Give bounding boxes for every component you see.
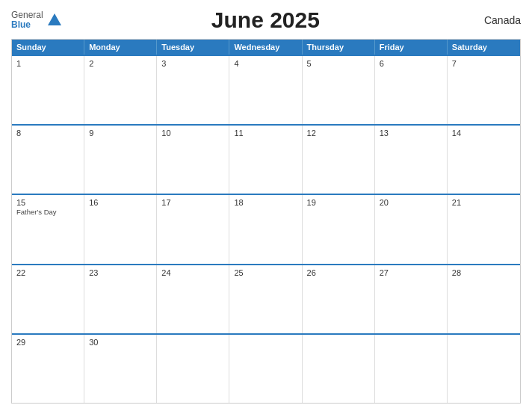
cell-27: 27 (375, 265, 448, 333)
header: General Blue June 2025 Canada (11, 7, 521, 33)
calendar-title: June 2025 (63, 7, 468, 33)
week-1: 1 2 3 4 5 6 7 (12, 55, 520, 124)
cell-empty-2 (229, 335, 302, 403)
calendar-body: 1 2 3 4 5 6 7 8 9 10 11 12 13 14 (12, 55, 520, 403)
cell-23: 23 (84, 265, 157, 333)
cell-17: 17 (157, 195, 229, 263)
cell-25: 25 (229, 265, 302, 333)
col-thursday: Thursday (303, 40, 375, 55)
cell-8: 8 (12, 126, 84, 194)
cell-12: 12 (303, 126, 375, 194)
country-label: Canada (468, 14, 521, 26)
cell-empty-5 (448, 335, 520, 403)
cell-14: 14 (448, 126, 520, 194)
col-sunday: Sunday (12, 40, 84, 55)
cell-21: 21 (448, 195, 520, 263)
col-monday: Monday (84, 40, 157, 55)
calendar-page: General Blue June 2025 Canada Sunday Mon… (0, 0, 532, 411)
cell-13: 13 (375, 126, 448, 194)
col-friday: Friday (375, 40, 448, 55)
cell-29: 29 (12, 335, 84, 403)
logo: General Blue (11, 10, 63, 30)
cell-empty-4 (375, 335, 448, 403)
calendar-header: Sunday Monday Tuesday Wednesday Thursday… (12, 40, 520, 55)
cell-24: 24 (157, 265, 229, 333)
cell-18: 18 (229, 195, 302, 263)
svg-marker-0 (48, 13, 61, 25)
cell-empty-1 (157, 335, 229, 403)
week-4: 22 23 24 25 26 27 28 (12, 264, 520, 333)
cell-20: 20 (375, 195, 448, 263)
cell-30: 30 (84, 335, 157, 403)
col-wednesday: Wednesday (229, 40, 302, 55)
cell-22: 22 (12, 265, 84, 333)
cell-16: 16 (84, 195, 157, 263)
logo-icon (46, 12, 63, 28)
cell-6: 6 (375, 56, 448, 124)
calendar: Sunday Monday Tuesday Wednesday Thursday… (11, 39, 521, 404)
week-5: 29 30 (12, 333, 520, 403)
cell-9: 9 (84, 126, 157, 194)
logo-blue: Blue (11, 20, 43, 30)
cell-2: 2 (84, 56, 157, 124)
cell-10: 10 (157, 126, 229, 194)
col-tuesday: Tuesday (157, 40, 229, 55)
week-2: 8 9 10 11 12 13 14 (12, 124, 520, 194)
cell-15: 15 Father's Day (12, 195, 84, 263)
cell-7: 7 (448, 56, 520, 124)
cell-11: 11 (229, 126, 302, 194)
cell-28: 28 (448, 265, 520, 333)
week-3: 15 Father's Day 16 17 18 19 20 21 (12, 194, 520, 263)
cell-3: 3 (157, 56, 229, 124)
cell-19: 19 (303, 195, 375, 263)
fathers-day-event: Father's Day (16, 208, 57, 216)
col-saturday: Saturday (448, 40, 520, 55)
cell-26: 26 (303, 265, 375, 333)
cell-5: 5 (303, 56, 375, 124)
cell-4: 4 (229, 56, 302, 124)
cell-1: 1 (12, 56, 84, 124)
cell-empty-3 (303, 335, 375, 403)
